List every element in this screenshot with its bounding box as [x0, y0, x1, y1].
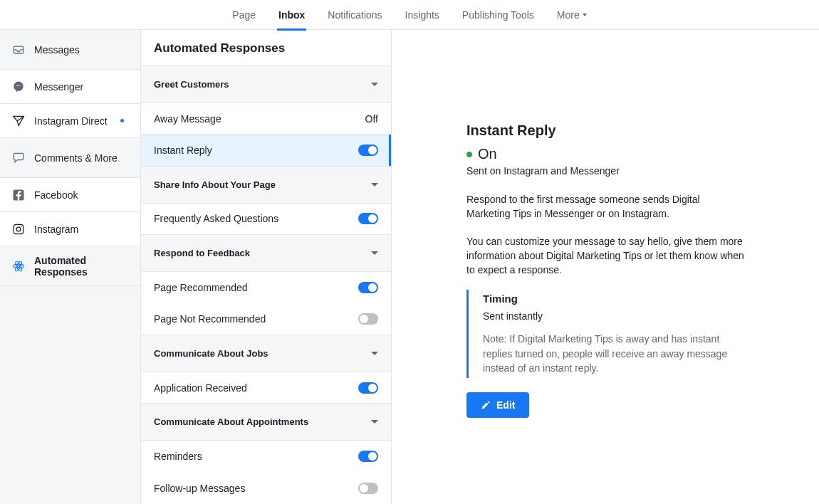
section-share-info[interactable]: Share Info About Your Page	[141, 167, 391, 204]
toggle-page-recommended[interactable]	[358, 282, 378, 293]
tab-inbox[interactable]: Inbox	[277, 0, 306, 30]
sidebar-item-label: Automated Responses	[34, 255, 129, 278]
left-sidebar: Messages Messenger Instagram Direct Comm…	[0, 30, 141, 504]
row-label: Page Recommended	[154, 282, 248, 293]
section-header-label: Communicate About Appointments	[154, 416, 308, 427]
detail-title: Instant Reply	[466, 122, 744, 139]
sidebar-item-facebook[interactable]: Facebook	[0, 178, 140, 212]
send-icon	[11, 114, 26, 128]
row-label: Away Message	[154, 113, 221, 125]
svg-point-8	[21, 226, 22, 227]
chevron-down-icon	[371, 83, 378, 86]
section-header-label: Respond to Feedback	[154, 248, 250, 258]
toggle-reminders[interactable]	[358, 451, 378, 462]
messenger-icon	[11, 80, 26, 94]
row-away-message[interactable]: Away Message Off	[141, 103, 391, 135]
detail-paragraph-2: You can customize your message to say he…	[466, 234, 744, 278]
row-value: Off	[365, 113, 378, 125]
row-label: Frequently Asked Questions	[154, 213, 278, 224]
row-faq[interactable]: Frequently Asked Questions	[141, 204, 391, 235]
tab-publishing-tools[interactable]: Publishing Tools	[461, 0, 536, 30]
automated-responses-list: Automated Responses Greet Customers Away…	[141, 30, 392, 504]
edit-button-label: Edit	[496, 399, 515, 411]
section-appointments[interactable]: Communicate About Appointments	[141, 404, 391, 441]
detail-pane: Instant Reply On Sent on Instagram and M…	[392, 30, 819, 504]
toggle-followup[interactable]	[358, 483, 378, 494]
tab-more[interactable]: More	[555, 0, 588, 30]
row-label: Follow-up Messages	[154, 483, 245, 494]
section-header-label: Share Info About Your Page	[154, 179, 276, 190]
row-reminders[interactable]: Reminders	[141, 441, 391, 472]
status-dot-icon	[466, 152, 472, 157]
sidebar-item-instagram[interactable]: Instagram	[0, 212, 140, 246]
toggle-faq[interactable]	[358, 213, 378, 224]
chevron-down-icon	[371, 352, 378, 355]
chevron-down-icon	[371, 183, 378, 187]
tab-insights[interactable]: Insights	[404, 0, 441, 30]
row-followup-messages[interactable]: Follow-up Messages	[141, 473, 391, 504]
section-greet-customers[interactable]: Greet Customers	[141, 66, 391, 103]
sidebar-item-instagram-direct[interactable]: Instagram Direct	[0, 104, 140, 138]
row-page-not-recommended[interactable]: Page Not Recommended	[141, 303, 391, 335]
mid-title: Automated Responses	[141, 30, 391, 66]
edit-button[interactable]: Edit	[466, 392, 529, 418]
sidebar-item-label: Messages	[34, 44, 80, 56]
status-label: On	[478, 146, 497, 162]
sidebar-item-label: Facebook	[34, 189, 78, 201]
sidebar-item-label: Messenger	[34, 81, 83, 93]
row-label: Application Received	[154, 382, 247, 394]
chevron-down-icon	[371, 420, 378, 424]
timing-title: Timing	[483, 293, 744, 305]
toggle-page-not-recommended[interactable]	[358, 313, 378, 325]
tab-more-label: More	[557, 9, 580, 21]
row-page-recommended[interactable]: Page Recommended	[141, 272, 391, 303]
comment-icon	[11, 151, 26, 165]
inbox-icon	[11, 43, 26, 57]
detail-status: On	[466, 146, 744, 162]
notification-dot-icon	[120, 119, 124, 122]
timing-subtitle: Sent instantly	[483, 310, 744, 322]
sidebar-item-messenger[interactable]: Messenger	[0, 70, 140, 104]
row-label: Reminders	[154, 451, 202, 462]
timing-note: Note: If Digital Marketing Tips is away …	[483, 332, 744, 375]
toggle-instant-reply[interactable]	[358, 145, 378, 156]
top-nav: Page Inbox Notifications Insights Publis…	[0, 0, 819, 30]
section-respond-feedback[interactable]: Respond to Feedback	[141, 235, 391, 272]
svg-point-3	[14, 81, 23, 90]
detail-paragraph-1: Respond to the first message someone sen…	[466, 192, 744, 221]
row-application-received[interactable]: Application Received	[141, 372, 391, 404]
sidebar-item-comments-more[interactable]: Comments & More	[0, 138, 140, 178]
toggle-application-received[interactable]	[358, 382, 378, 394]
timing-box: Timing Sent instantly Note: If Digital M…	[466, 290, 744, 378]
svg-point-9	[17, 265, 19, 267]
tab-page[interactable]: Page	[231, 0, 257, 30]
row-label: Page Not Recommended	[154, 313, 266, 325]
svg-rect-6	[14, 224, 23, 233]
automated-icon	[11, 259, 26, 273]
chevron-down-icon	[371, 251, 378, 255]
section-header-label: Greet Customers	[154, 79, 229, 90]
sidebar-item-automated-responses[interactable]: Automated Responses	[0, 246, 140, 286]
sidebar-item-label: Instagram	[34, 224, 78, 235]
caret-down-icon	[583, 14, 587, 16]
row-instant-reply[interactable]: Instant Reply	[141, 135, 391, 166]
tab-notifications[interactable]: Notifications	[326, 0, 383, 30]
section-jobs[interactable]: Communicate About Jobs	[141, 335, 391, 372]
instagram-icon	[11, 222, 26, 236]
section-header-label: Communicate About Jobs	[154, 348, 268, 359]
pencil-icon	[481, 400, 491, 410]
status-subtext: Sent on Instagram and Messenger	[466, 165, 744, 177]
svg-point-7	[16, 227, 21, 231]
sidebar-item-label: Comments & More	[34, 152, 118, 164]
row-label: Instant Reply	[154, 145, 212, 156]
facebook-icon	[11, 188, 26, 202]
sidebar-item-label: Instagram Direct	[34, 115, 108, 127]
sidebar-item-messages[interactable]: Messages	[0, 30, 140, 70]
